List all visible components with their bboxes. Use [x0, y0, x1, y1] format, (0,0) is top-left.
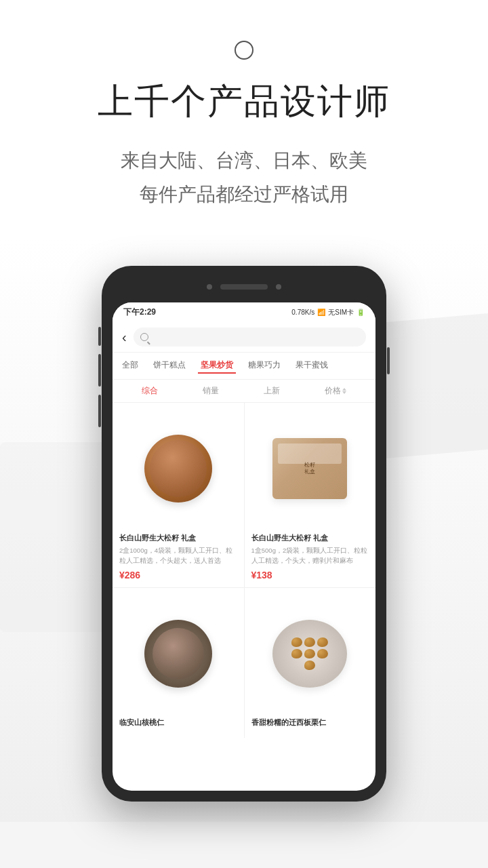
product-name-3: 临安山核桃仁	[119, 717, 237, 728]
subtitle-line2: 每件产品都经过严格试用	[140, 184, 348, 205]
main-title: 上千个产品设计师	[27, 79, 461, 125]
earpiece-speaker	[220, 284, 268, 290]
price-sort-arrows	[342, 388, 346, 394]
product-image-4	[251, 595, 369, 713]
product-price-1: ¥286	[119, 570, 237, 580]
chestnut-item	[317, 637, 328, 647]
pine-box-label: 松籽礼盒	[304, 462, 315, 476]
sort-new[interactable]: 上新	[264, 385, 280, 397]
phone-container: 下午2:29 0.78K/s 📶 无SIM卡 🔋 ‹ 全部 饼干糕点	[0, 239, 488, 822]
chestnut-plate-image	[272, 620, 347, 688]
power-button	[387, 347, 390, 374]
product-card-1[interactable]: 长白山野生大松籽 礼盒 2盒1000g，4袋装，颗颗人工开口、粒粒人工精选，个头…	[113, 403, 244, 587]
cat-tab-nuts[interactable]: 坚果炒货	[198, 358, 236, 374]
top-section: 上千个产品设计师 来自大陆、台湾、日本、欧美 每件产品都经过严格试用	[0, 0, 488, 239]
phone-top-bar	[113, 277, 375, 297]
product-card-4[interactable]: 香甜粉糯的迁西板栗仁	[245, 588, 376, 738]
sort-sales[interactable]: 销量	[203, 385, 219, 397]
mute-button	[98, 327, 101, 346]
product-price-2: ¥138	[251, 570, 369, 580]
chestnut-items	[286, 637, 333, 670]
cat-tab-biscuit[interactable]: 饼干糕点	[150, 358, 188, 374]
chestnut-item	[317, 649, 328, 658]
chestnut-item	[304, 660, 315, 670]
product-desc-1: 2盒1000g，4袋装，颗颗人工开口、粒粒人工精选，个头超大，送人首选	[119, 546, 237, 566]
sensor	[276, 284, 281, 290]
chestnut-item	[291, 637, 302, 647]
cat-tab-driedfruit[interactable]: 果干蜜饯	[293, 358, 331, 374]
product-image-2: 松籽礼盒	[251, 410, 369, 528]
cat-tab-candy[interactable]: 糖果巧力	[245, 358, 283, 374]
battery-icon: 🔋	[357, 309, 365, 316]
search-icon	[140, 333, 148, 341]
status-right: 0.78K/s 📶 无SIM卡 🔋	[291, 308, 365, 317]
walnut-bowl-image	[144, 620, 212, 688]
pine-bowl-image	[144, 435, 212, 502]
volume-down-button	[98, 395, 101, 427]
chestnut-item	[304, 637, 315, 647]
search-bar[interactable]	[134, 328, 366, 347]
network-speed: 0.78K/s	[291, 309, 314, 316]
app-header: ‹	[113, 322, 375, 353]
subtitle: 来自大陆、台湾、日本、欧美 每件产品都经过严格试用	[27, 144, 461, 212]
status-time: 下午2:29	[123, 307, 156, 318]
category-tabs: 全部 饼干糕点 坚果炒货 糖果巧力 果干蜜饯	[113, 353, 375, 380]
phone-frame: 下午2:29 0.78K/s 📶 无SIM卡 🔋 ‹ 全部 饼干糕点	[102, 266, 386, 802]
product-card-2[interactable]: 松籽礼盒 长白山野生大松籽 礼盒 1盒500g，2袋装，颗颗人工开口、粒粒人工精…	[245, 403, 376, 587]
product-desc-2: 1盒500g，2袋装，颗颗人工开口、粒粒人工精选，个头大，赠剥片和麻布	[251, 546, 369, 566]
subtitle-line1: 来自大陆、台湾、日本、欧美	[121, 150, 367, 171]
volume-up-button	[98, 354, 101, 387]
arrow-down-icon	[342, 391, 346, 394]
chestnut-item	[304, 649, 315, 658]
circle-icon	[235, 41, 253, 60]
chestnut-item	[291, 649, 302, 658]
front-camera	[207, 284, 212, 290]
product-image-1	[119, 410, 237, 528]
product-name-2: 长白山野生大松籽 礼盒	[251, 533, 369, 543]
wifi-icon: 📶	[317, 309, 325, 316]
product-name-1: 长白山野生大松籽 礼盒	[119, 533, 237, 543]
back-button[interactable]: ‹	[122, 330, 127, 345]
sort-tabs: 综合 销量 上新 价格	[113, 380, 375, 403]
pine-box-image: 松籽礼盒	[272, 438, 347, 499]
arrow-up-icon	[342, 388, 346, 391]
sort-comprehensive[interactable]: 综合	[142, 385, 158, 397]
phone-screen: 下午2:29 0.78K/s 📶 无SIM卡 🔋 ‹ 全部 饼干糕点	[113, 302, 375, 791]
cat-tab-all[interactable]: 全部	[119, 358, 141, 374]
product-card-3[interactable]: 临安山核桃仁	[113, 588, 244, 738]
product-grid: 长白山野生大松籽 礼盒 2盒1000g，4袋装，颗颗人工开口、粒粒人工精选，个头…	[113, 403, 375, 737]
status-bar: 下午2:29 0.78K/s 📶 无SIM卡 🔋	[113, 302, 375, 322]
product-image-3	[119, 595, 237, 713]
product-name-4: 香甜粉糯的迁西板栗仁	[251, 717, 369, 728]
signal-label: 无SIM卡	[328, 308, 354, 317]
sort-price[interactable]: 价格	[325, 385, 346, 397]
